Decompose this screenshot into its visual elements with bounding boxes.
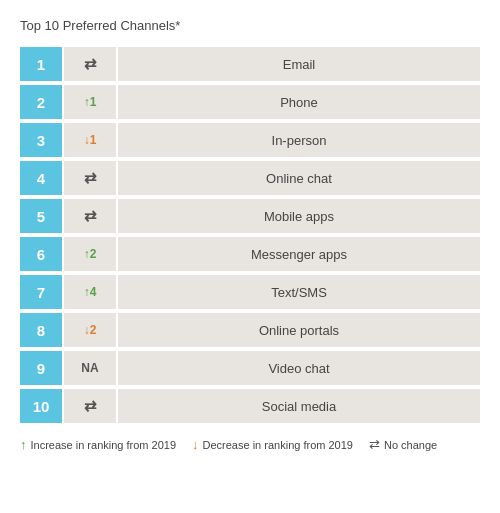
legend-increase: ↑ Increase in ranking from 2019 <box>20 437 176 452</box>
down-arrow-icon: ↓2 <box>84 323 97 337</box>
rank-cell: 9 <box>20 351 62 385</box>
rank-cell: 10 <box>20 389 62 423</box>
change-cell: ↓2 <box>64 313 116 347</box>
legend-nochange: ⇄ No change <box>369 437 437 452</box>
rank-cell: 7 <box>20 275 62 309</box>
table-row: 5⇄Mobile apps <box>20 199 480 233</box>
legend-decrease: ↓ Decrease in ranking from 2019 <box>192 437 353 452</box>
legend-nochange-label: No change <box>384 439 437 451</box>
change-cell: ↓1 <box>64 123 116 157</box>
legend-up-arrow: ↑ <box>20 437 27 452</box>
nochange-icon: ⇄ <box>84 397 97 415</box>
rank-cell: 2 <box>20 85 62 119</box>
table-row: 3↓1In-person <box>20 123 480 157</box>
legend: ↑ Increase in ranking from 2019 ↓ Decrea… <box>20 437 480 452</box>
channel-name: Messenger apps <box>118 237 480 271</box>
legend-decrease-label: Decrease in ranking from 2019 <box>203 439 353 451</box>
up-arrow-icon: ↑2 <box>84 247 97 261</box>
nochange-icon: ⇄ <box>84 207 97 225</box>
na-label: NA <box>81 361 98 375</box>
channel-name: In-person <box>118 123 480 157</box>
table-row: 8↓2Online portals <box>20 313 480 347</box>
channel-name: Video chat <box>118 351 480 385</box>
up-arrow-icon: ↑4 <box>84 285 97 299</box>
change-cell: ⇄ <box>64 47 116 81</box>
change-cell: ⇄ <box>64 161 116 195</box>
table-row: 10⇄Social media <box>20 389 480 423</box>
table-row: 4⇄Online chat <box>20 161 480 195</box>
channel-name: Online portals <box>118 313 480 347</box>
channel-name: Online chat <box>118 161 480 195</box>
rank-cell: 1 <box>20 47 62 81</box>
table-row: 7↑4Text/SMS <box>20 275 480 309</box>
table-row: 9NAVideo chat <box>20 351 480 385</box>
rank-cell: 8 <box>20 313 62 347</box>
up-arrow-icon: ↑1 <box>84 95 97 109</box>
change-cell: ⇄ <box>64 389 116 423</box>
table-row: 6↑2Messenger apps <box>20 237 480 271</box>
channel-name: Phone <box>118 85 480 119</box>
change-cell: ⇄ <box>64 199 116 233</box>
change-cell: NA <box>64 351 116 385</box>
rank-cell: 4 <box>20 161 62 195</box>
rank-cell: 5 <box>20 199 62 233</box>
change-cell: ↑2 <box>64 237 116 271</box>
channel-name: Text/SMS <box>118 275 480 309</box>
legend-down-arrow: ↓ <box>192 437 199 452</box>
chart-title: Top 10 Preferred Channels* <box>20 18 480 33</box>
change-cell: ↑4 <box>64 275 116 309</box>
nochange-icon: ⇄ <box>84 169 97 187</box>
channels-table: 1⇄Email2↑1Phone3↓1In-person4⇄Online chat… <box>20 47 480 423</box>
table-row: 1⇄Email <box>20 47 480 81</box>
change-cell: ↑1 <box>64 85 116 119</box>
channel-name: Social media <box>118 389 480 423</box>
channel-name: Mobile apps <box>118 199 480 233</box>
legend-increase-label: Increase in ranking from 2019 <box>31 439 177 451</box>
table-row: 2↑1Phone <box>20 85 480 119</box>
channel-name: Email <box>118 47 480 81</box>
rank-cell: 6 <box>20 237 62 271</box>
down-arrow-icon: ↓1 <box>84 133 97 147</box>
nochange-icon: ⇄ <box>84 55 97 73</box>
rank-cell: 3 <box>20 123 62 157</box>
legend-nochange-icon: ⇄ <box>369 437 380 452</box>
